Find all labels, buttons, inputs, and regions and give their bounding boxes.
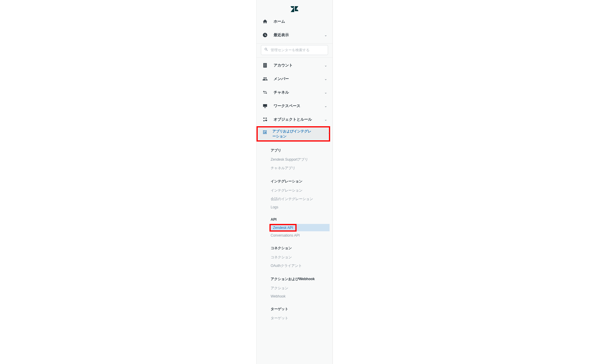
nav-workspace-label: ワークスペース (274, 103, 300, 109)
nav-objects-rules-label: オブジェクトとルール (274, 117, 312, 122)
search-box[interactable] (261, 45, 328, 55)
sub-integrations-head: インテグレーション (257, 178, 332, 186)
sub-api-head: API (257, 216, 332, 224)
chevron-up-icon: ⌃ (328, 132, 331, 136)
chevron-down-icon: ⌄ (324, 33, 327, 37)
sub-actions-webhook: アクションおよびWebhook アクション Webhook (257, 272, 332, 302)
sub-integrations: インテグレーション インテグレーション 会話のインテグレーション Logs (257, 175, 332, 213)
nav-channels-label: チャネル (274, 90, 289, 95)
sub-link-support-apps[interactable]: Zendesk Supportアプリ (257, 155, 332, 164)
clock-icon (262, 32, 268, 38)
admin-sidebar: ホーム 最近表示 ⌄ アカウント ⌄ メンバー ⌄ (256, 0, 333, 364)
flow-icon (262, 117, 268, 122)
sub-targets-head: ターゲット (257, 305, 332, 314)
sub-targets: ターゲット ターゲット (257, 302, 332, 325)
nav-recent-label: 最近表示 (274, 32, 289, 38)
nav-recent[interactable]: 最近表示 ⌄ (257, 28, 332, 42)
sub-apps-head: アプリ (257, 147, 332, 155)
search-wrap (257, 43, 332, 58)
sub-link-zendesk-api[interactable]: Zendesk API (271, 225, 295, 230)
chevron-down-icon: ⌄ (324, 63, 327, 67)
chevron-down-icon: ⌄ (324, 77, 327, 81)
sub-link-actions[interactable]: アクション (257, 284, 332, 292)
nav-account[interactable]: アカウント ⌄ (257, 59, 332, 72)
nav-home[interactable]: ホーム (257, 15, 332, 28)
search-input[interactable] (271, 48, 325, 52)
logo-area (257, 0, 332, 15)
sub-link-targets[interactable]: ターゲット (257, 314, 332, 323)
arrows-icon (262, 90, 268, 95)
people-icon (262, 76, 268, 82)
sub-actions-webhook-head: アクションおよびWebhook (257, 275, 332, 284)
nav-members-label: メンバー (274, 76, 289, 82)
zendesk-api-row: Zendesk API (257, 224, 330, 232)
nav-channels[interactable]: チャネル ⌄ (257, 86, 332, 99)
sub-link-conversations-api[interactable]: Conversations API (257, 232, 332, 239)
active-tail (297, 224, 330, 231)
highlight-zendesk-api: Zendesk API (269, 224, 297, 232)
zendesk-logo-icon (291, 6, 298, 13)
chevron-down-icon: ⌄ (324, 104, 327, 108)
sub-link-integrations[interactable]: インテグレーション (257, 186, 332, 195)
sub-link-channel-apps[interactable]: チャネルアプリ (257, 164, 332, 172)
nav-objects-rules[interactable]: オブジェクトとルール ⌄ (257, 113, 332, 126)
nav-home-label: ホーム (274, 19, 285, 24)
sub-connections-head: コネクション (257, 245, 332, 253)
sub-connections: コネクション コネクション OAuthクライアント (257, 242, 332, 272)
nav-apps-integrations[interactable]: アプリおよびインテグレーション ⌃ (257, 126, 330, 142)
sub-api: API Zendesk API Conversations API (257, 213, 332, 242)
sub-link-conversation-integrations[interactable]: 会話のインテグレーション (257, 195, 332, 203)
building-icon (262, 63, 268, 68)
monitor-icon (262, 103, 268, 109)
nav-workspace[interactable]: ワークスペース ⌄ (257, 99, 332, 113)
sub-link-oauth-clients[interactable]: OAuthクライアント (257, 262, 332, 270)
sub-link-logs[interactable]: Logs (257, 203, 332, 211)
sub-apps: アプリ Zendesk Supportアプリ チャネルアプリ (257, 142, 332, 175)
sub-link-webhook[interactable]: Webhook (257, 292, 332, 300)
nav-section: アカウント ⌄ メンバー ⌄ チャネル ⌄ ワークスペース ⌄ (257, 58, 332, 325)
home-icon (262, 19, 268, 24)
search-icon (264, 47, 271, 53)
sub-link-connections[interactable]: コネクション (257, 253, 332, 262)
nav-members[interactable]: メンバー ⌄ (257, 72, 332, 86)
nav-account-label: アカウント (274, 63, 293, 68)
chevron-down-icon: ⌄ (324, 117, 327, 122)
nav-apps-integrations-label: アプリおよびインテグレーション (272, 129, 314, 139)
chevron-down-icon: ⌄ (324, 90, 327, 94)
apps-icon (262, 129, 268, 135)
